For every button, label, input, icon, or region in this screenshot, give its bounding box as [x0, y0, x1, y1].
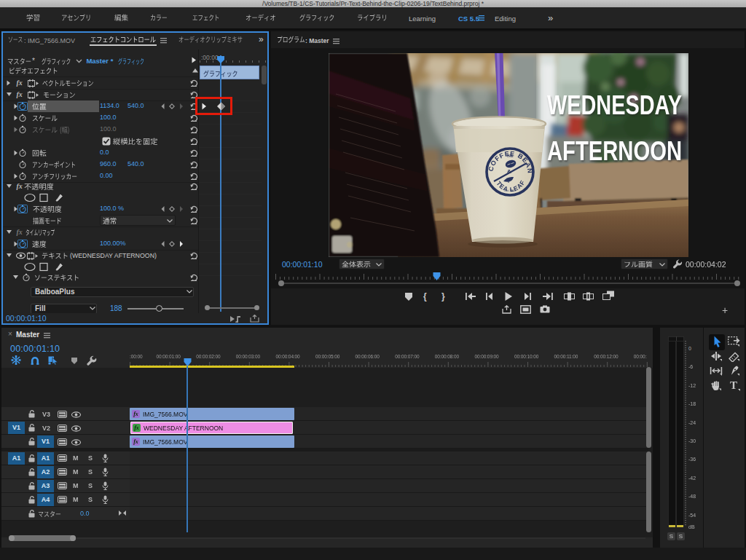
- svg-text:T: T: [730, 379, 737, 391]
